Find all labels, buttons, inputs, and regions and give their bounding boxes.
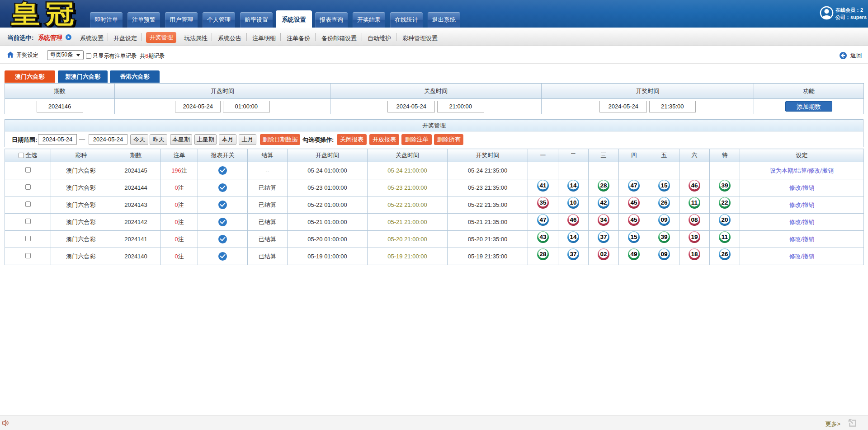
svg-text:皇冠: 皇冠 bbox=[11, 0, 80, 28]
